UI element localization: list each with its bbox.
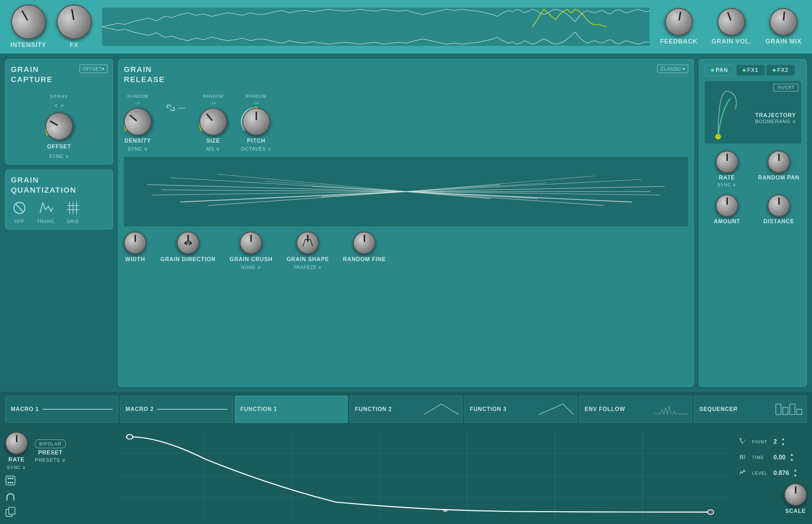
- function-3-label: FUNCTION 3: [470, 406, 507, 412]
- svg-rect-67: [744, 455, 745, 459]
- waveform-display[interactable]: [102, 8, 650, 46]
- sequencer-label: SEQUENCER: [699, 406, 738, 412]
- quantization-icons: OFF TRANS.: [11, 199, 107, 224]
- fx1-tab[interactable]: FX1: [737, 65, 765, 75]
- sequencer-item[interactable]: SEQUENCER: [694, 396, 807, 423]
- level-stepper[interactable]: ▲ ▼: [793, 468, 797, 478]
- offset-dropdown[interactable]: OFFSET▾: [80, 65, 107, 73]
- bipolar-button[interactable]: BIPOLAR: [35, 440, 66, 448]
- offset-knob-wrapper: [45, 112, 73, 140]
- trajectory-display: INVERT TRAJECTORY BOOMERANG ∨: [705, 81, 801, 144]
- quant-grid[interactable]: GRID: [64, 199, 82, 224]
- random-pan-knob[interactable]: [767, 151, 790, 173]
- copy-icon[interactable]: [5, 507, 16, 517]
- scale-knob[interactable]: [784, 483, 807, 506]
- svg-rect-66: [742, 455, 743, 459]
- macro-2-item[interactable]: MACRO 2: [120, 396, 233, 423]
- feedback-knob[interactable]: [663, 6, 695, 38]
- function-1-item[interactable]: FUNCTION 1: [235, 396, 348, 423]
- density-random-label: RANDOM: [127, 94, 148, 99]
- grain-crush-sub[interactable]: NONE ∨: [241, 265, 261, 270]
- distance-knob[interactable]: [767, 194, 790, 217]
- svg-rect-37: [790, 404, 795, 414]
- pan-tab[interactable]: PAN: [705, 65, 735, 76]
- svg-rect-36: [783, 408, 788, 414]
- capture-sync-label[interactable]: SYNC ∨: [49, 153, 70, 159]
- pitch-knob[interactable]: [242, 108, 270, 136]
- env-follow-item[interactable]: ENV FOLLOW: [579, 396, 692, 423]
- pan-rate-group: RATE SYNC ∨: [705, 151, 749, 187]
- grain-mix-knob[interactable]: [769, 7, 799, 37]
- svg-rect-49: [9, 507, 15, 514]
- quant-off[interactable]: OFF: [11, 199, 28, 224]
- quant-trans[interactable]: TRANS.: [37, 199, 56, 224]
- bottom-rate-sync[interactable]: SYNC ∨: [7, 465, 26, 470]
- right-knobs-grid: RATE SYNC ∨ RANDOM PAN AMOUNT DISTANCE: [705, 151, 801, 225]
- quant-off-label: OFF: [15, 219, 25, 224]
- bottom-rate-label: RATE: [8, 457, 24, 463]
- grain-mix-knob-group: GRAIN MIX: [765, 8, 802, 45]
- function-3-item[interactable]: FUNCTION 3: [464, 396, 577, 423]
- intensity-knob[interactable]: [5, 0, 52, 46]
- function-svg[interactable]: [116, 432, 730, 519]
- waveform-svg: [102, 8, 650, 46]
- random-pan-label: RANDOM PAN: [758, 175, 799, 181]
- feedback-knob-group: FEEDBACK: [660, 8, 698, 45]
- pitch-unit[interactable]: OCTAVES ∨: [241, 146, 272, 152]
- svg-line-64: [742, 440, 745, 444]
- bottom-rate-knob[interactable]: [5, 432, 28, 454]
- macro-1-item[interactable]: MACRO 1: [5, 396, 118, 423]
- trajectory-value[interactable]: BOOMERANG ∨: [755, 119, 796, 124]
- pan-rate-sync[interactable]: SYNC ∨: [717, 182, 737, 187]
- macro-2-line: [157, 409, 227, 410]
- spray-left-arrow[interactable]: <: [55, 103, 58, 109]
- size-unit[interactable]: MS ∨: [207, 146, 220, 152]
- density-random-pm: -/+: [135, 101, 140, 106]
- bottom-knobs-row: WIDTH GRAIN DIRECTION GRAIN CRUSH: [124, 232, 688, 270]
- fx-knob[interactable]: [54, 2, 94, 42]
- grain-shape-sub[interactable]: TRAPEZE ∨: [294, 265, 322, 270]
- function-2-item[interactable]: FUNCTION 2: [349, 396, 463, 423]
- bottom-section: RATE SYNC ∨ BIPOLAR PRESET PRESETS ∨: [0, 427, 812, 524]
- presets-sub[interactable]: PRESETS ∨: [35, 457, 66, 463]
- quant-off-icon: [11, 199, 28, 217]
- svg-rect-39: [6, 476, 15, 485]
- amount-label: AMOUNT: [714, 218, 740, 225]
- grain-direction-label: GRAIN DIRECTION: [160, 256, 216, 263]
- grain-crush-knob[interactable]: [240, 232, 262, 254]
- dice-icon[interactable]: [5, 475, 16, 486]
- width-knob[interactable]: [124, 232, 146, 254]
- pan-rate-knob[interactable]: [716, 151, 738, 173]
- pitch-label: PITCH: [247, 138, 265, 144]
- fx2-tab[interactable]: FX2: [766, 65, 795, 75]
- trajectory-title: TRAJECTORY: [755, 112, 796, 119]
- time-stepper[interactable]: ▲ ▼: [790, 452, 794, 462]
- intensity-label: INTENSITY: [10, 41, 46, 49]
- link-icon[interactable]: —: [166, 103, 185, 113]
- bottom-left: RATE SYNC ∨ BIPOLAR PRESET PRESETS ∨: [5, 432, 110, 519]
- trajectory-label: TRAJECTORY BOOMERANG ∨: [755, 112, 796, 124]
- grain-vol-knob[interactable]: [714, 4, 749, 40]
- magnet-icon[interactable]: [5, 491, 16, 501]
- svg-point-60: [127, 435, 133, 439]
- svg-point-61: [443, 509, 448, 512]
- invert-button[interactable]: INVERT: [773, 84, 798, 91]
- right-tabs: PAN FX1 FX2: [705, 65, 801, 76]
- svg-point-43: [12, 482, 14, 484]
- point-stepper[interactable]: ▲ ▼: [781, 436, 785, 447]
- size-knob[interactable]: [194, 102, 233, 142]
- grain-shape-knob[interactable]: [296, 232, 319, 254]
- pan-power-indicator: [711, 69, 714, 72]
- svg-point-40: [8, 478, 9, 479]
- offset-knob[interactable]: [40, 107, 78, 145]
- density-sync[interactable]: SYNC ∨: [128, 146, 148, 152]
- grain-vol-label: GRAIN VOL.: [711, 38, 751, 45]
- random-fine-knob[interactable]: [353, 232, 376, 254]
- release-dropdown[interactable]: CLASSIC ▾: [657, 65, 688, 73]
- release-knobs-row: RANDOM -/+ DENSITY SYNC ∨: [124, 94, 688, 152]
- amount-knob[interactable]: [716, 194, 738, 217]
- grain-direction-knob[interactable]: [177, 232, 199, 254]
- spray-right-arrow[interactable]: >: [61, 103, 64, 109]
- density-knob[interactable]: [118, 102, 158, 142]
- grain-quantization-panel: GRAIN QUANTIZATION OFF: [5, 170, 113, 229]
